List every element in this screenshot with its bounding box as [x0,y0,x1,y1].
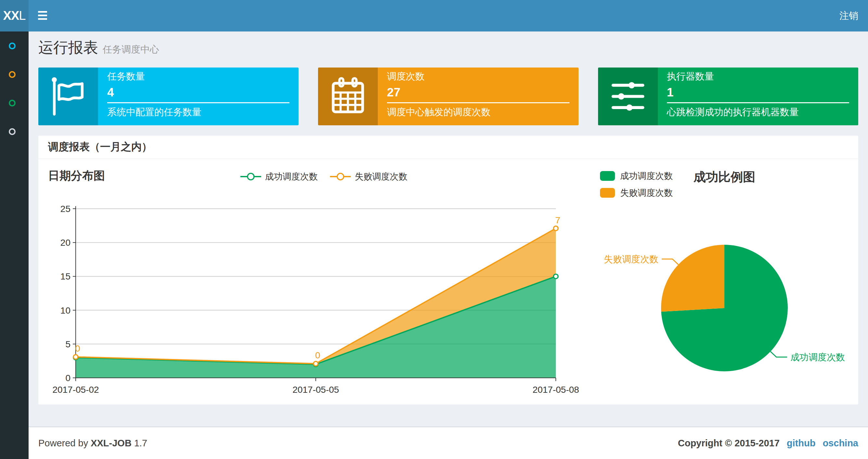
powered-prefix: Powered by [38,438,88,448]
svg-text:5: 5 [65,339,70,349]
logout-link[interactable]: 注销 [839,0,858,32]
svg-text:0: 0 [315,350,320,360]
app-logo[interactable]: XXL [0,0,29,32]
stat-box-trigger-count: 调度次数 27 调度中心触发的调度次数 [318,67,578,125]
top-navbar: XXL 注销 [0,0,868,32]
svg-text:25: 25 [60,204,70,214]
legend-swatch [600,171,615,181]
line-marker-icon [240,172,261,181]
pie-chart-legend: 成功调度次数 失败调度次数 [600,170,673,199]
stat-description: 系统中配置的任务数量 [107,106,289,118]
page-header: 运行报表任务调度中心 [38,38,159,58]
schedule-report-panel: 调度报表（一月之内） 日期分布图 成功调度次数 失败调度次数 [38,136,858,404]
stat-separator [387,102,569,103]
stat-boxes: 任务数量 4 系统中配置的任务数量 [38,67,858,125]
svg-text:15: 15 [60,271,70,282]
circle-icon [9,100,16,106]
stat-title: 任务数量 [107,71,289,82]
product-name: XXL-JOB [91,438,131,448]
legend-label: 失败调度次数 [620,187,673,199]
stat-value: 4 [107,86,289,100]
sidebar [0,32,29,459]
svg-text:7: 7 [555,215,560,225]
legend-label: 成功调度次数 [620,170,673,182]
svg-text:0: 0 [75,343,80,354]
logo-light: L [19,9,25,23]
sidebar-item-job-log[interactable] [0,89,29,117]
legend-item-fail[interactable]: 失败调度次数 [600,187,673,199]
legend-item-success[interactable]: 成功调度次数 [600,170,673,182]
line-marker-icon [330,172,351,181]
svg-text:10: 10 [60,305,70,316]
calendar-icon [318,67,378,125]
stat-description: 心跳检测成功的执行器机器数量 [667,106,849,118]
date-distribution-chart: 05101520252017-05-022017-05-052017-05-08… [38,192,610,402]
line-chart-title: 日期分布图 [48,168,105,184]
sidebar-item-glue[interactable] [0,117,29,146]
github-link[interactable]: github [787,438,816,449]
legend-label: 失败调度次数 [355,171,407,183]
svg-text:失败调度次数: 失败调度次数 [604,254,658,264]
stat-box-job-count: 任务数量 4 系统中配置的任务数量 [38,67,299,125]
panel-body: 日期分布图 成功调度次数 失败调度次数 05101520 [38,159,858,404]
stat-title: 调度次数 [387,71,569,82]
stat-body: 执行器数量 1 心跳检测成功的执行器机器数量 [658,67,858,125]
powered-by: Powered byXXL-JOB 1.7 [38,438,150,449]
sidebar-item-job-manage[interactable] [0,60,29,89]
stat-box-executor-count: 执行器数量 1 心跳检测成功的执行器机器数量 [598,67,858,125]
svg-text:2017-05-05: 2017-05-05 [292,385,339,395]
hamburger-bar [38,14,47,16]
svg-text:2017-05-08: 2017-05-08 [532,385,579,395]
page-title: 运行报表 [38,39,98,56]
copyright: Copyright © 2015-2017 github oschina [678,438,858,449]
svg-text:20: 20 [60,238,70,248]
footer: Powered byXXL-JOB 1.7 Copyright © 2015-2… [29,427,868,459]
copyright-text: Copyright © 2015-2017 [678,438,780,449]
hamburger-bar [38,18,47,20]
panel-title: 调度报表（一月之内） [38,136,858,159]
oschina-link[interactable]: oschina [823,438,858,449]
product-version: 1.7 [134,438,147,448]
success-ratio-pie-chart: 成功调度次数失败调度次数 [591,227,858,404]
stat-value: 27 [387,86,569,100]
circle-icon [9,71,16,78]
svg-text:0: 0 [65,373,70,383]
hamburger-bar [38,11,47,13]
line-chart-legend: 成功调度次数 失败调度次数 [240,171,407,183]
legend-item-fail[interactable]: 失败调度次数 [330,171,407,183]
page-subtitle: 任务调度中心 [103,44,159,55]
legend-item-success[interactable]: 成功调度次数 [240,171,318,183]
sidebar-toggle-button[interactable] [38,11,47,20]
stat-separator [107,102,289,103]
legend-label: 成功调度次数 [265,171,318,183]
xxl-job-dashboard: XXL 注销 运行报表任务调度中心 任务数量 4 [0,0,868,459]
stat-separator [667,102,849,103]
flag-icon [38,67,98,125]
svg-text:2017-05-02: 2017-05-02 [52,385,99,395]
stat-body: 任务数量 4 系统中配置的任务数量 [98,67,299,125]
logo-bold: XX [3,9,19,23]
stat-body: 调度次数 27 调度中心触发的调度次数 [378,67,578,125]
stat-value: 1 [667,86,849,100]
circle-icon [9,42,16,50]
sidebar-item-run-report[interactable] [0,32,29,60]
stat-description: 调度中心触发的调度次数 [387,106,569,118]
legend-swatch [600,188,615,198]
circle-icon [9,128,16,135]
pie-chart-title: 成功比例图 [676,169,773,185]
stat-title: 执行器数量 [667,71,849,82]
sliders-icon [598,67,658,125]
svg-text:成功调度次数: 成功调度次数 [790,352,845,362]
